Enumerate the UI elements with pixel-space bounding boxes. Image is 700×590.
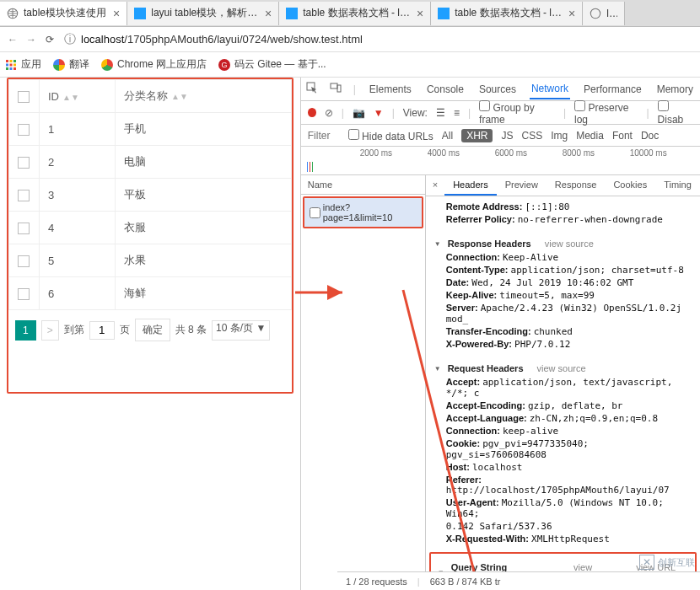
svg-rect-4 (13, 60, 16, 62)
filter-css[interactable]: CSS (521, 130, 542, 142)
translate-bookmark[interactable]: 翻译 (53, 57, 89, 72)
browser-tab-4[interactable]: loca (583, 2, 625, 25)
disable-cache-checkbox[interactable]: Disab (658, 100, 693, 126)
per-page-select[interactable]: 10 条/页 ▼ (212, 320, 270, 341)
response-tab[interactable]: Response (547, 175, 606, 196)
browser-tab-2[interactable]: table 数据表格文档 - layui × (279, 2, 431, 25)
camera-icon[interactable]: 📷 (353, 107, 365, 119)
devtools-tab-sources[interactable]: Sources (477, 80, 518, 99)
checkbox-header[interactable] (9, 80, 40, 113)
svg-rect-12 (331, 83, 337, 88)
google-icon (53, 59, 65, 71)
timeline-tick: 8000 ms (563, 148, 595, 158)
url-display[interactable]: localhost/1705phpAMouth6/layui/0724/web/… (81, 33, 363, 46)
view-source-link[interactable]: view source (537, 363, 586, 373)
table-row[interactable]: 6海鲜 (9, 277, 292, 310)
row-checkbox[interactable] (9, 113, 40, 146)
row-checkbox[interactable] (9, 244, 40, 277)
layui-icon (134, 8, 146, 19)
view-source-link[interactable]: view source (545, 239, 594, 249)
content-area: ID▲▼ 分类名称▲▼ 1手机2电脑3平板4衣服5水果6海鲜 1 > 到第 页 … (0, 78, 700, 590)
filter-icon[interactable]: ▼ (374, 107, 384, 119)
back-button[interactable]: ← (3, 30, 22, 49)
filter-input[interactable] (308, 130, 340, 142)
record-button[interactable] (308, 108, 316, 117)
close-icon[interactable]: × (417, 7, 423, 20)
table-row[interactable]: 5水果 (9, 244, 292, 277)
close-icon[interactable]: × (265, 7, 272, 20)
page-current[interactable]: 1 (15, 320, 36, 341)
table-row[interactable]: 3平板 (9, 179, 292, 212)
row-checkbox[interactable] (9, 146, 40, 179)
cell-id: 4 (40, 212, 116, 244)
devtools-tab-console[interactable]: Console (425, 80, 466, 99)
row-checkbox[interactable] (9, 277, 40, 310)
close-icon[interactable]: × (113, 7, 120, 20)
sort-icon[interactable]: ▲▼ (171, 94, 188, 99)
device-icon[interactable] (330, 82, 342, 96)
filter-font[interactable]: Font (612, 130, 633, 142)
browser-tab-1[interactable]: layui table模块，解析任意数据 × (127, 2, 279, 25)
chrome-store-bookmark[interactable]: Chrome 网上应用店 (101, 57, 207, 72)
browser-tab-0[interactable]: table模块快速使用 × (0, 2, 127, 25)
filter-doc[interactable]: Doc (641, 130, 659, 142)
browser-tab-3[interactable]: table 数据表格文档 - layui × (431, 2, 583, 25)
timing-tab[interactable]: Timing (655, 175, 700, 196)
network-filter-row: Hide data URLs All XHR JS CSS Img Media … (301, 125, 700, 147)
view-large-icon[interactable]: ☰ (436, 107, 445, 119)
goto-label: 到第 (64, 323, 84, 337)
layui-icon (286, 8, 298, 19)
devtools-tab-performance[interactable]: Performance (582, 80, 643, 99)
hide-data-urls-checkbox[interactable]: Hide data URLs (348, 129, 433, 142)
tab-title: table模块快速使用 (24, 6, 106, 20)
devtools-tab-elements[interactable]: Elements (368, 80, 413, 99)
info-icon[interactable]: ⓘ (64, 32, 76, 47)
sort-icon[interactable]: ▲▼ (62, 95, 79, 100)
row-checkbox[interactable] (9, 179, 40, 212)
table-row[interactable]: 2电脑 (9, 146, 292, 179)
filter-xhr[interactable]: XHR (461, 129, 493, 142)
filter-img[interactable]: Img (551, 130, 568, 142)
name-header[interactable]: 分类名称▲▼ (116, 80, 292, 113)
request-checkbox[interactable] (310, 207, 320, 218)
close-details-button[interactable]: × (426, 175, 444, 196)
table-row[interactable]: 4衣服 (9, 212, 292, 244)
tab-title: layui table模块，解析任意数据 (151, 6, 258, 20)
inspect-icon[interactable] (306, 82, 318, 96)
apps-button[interactable]: 应用 (5, 57, 41, 72)
preserve-log-checkbox[interactable]: Preserve log (574, 100, 638, 126)
id-header[interactable]: ID▲▼ (40, 80, 116, 113)
devtools-tab-memory[interactable]: Memory (655, 80, 695, 99)
row-checkbox[interactable] (9, 212, 40, 244)
name-column-header[interactable]: Name (301, 175, 425, 195)
headers-tab[interactable]: Headers (444, 175, 497, 196)
watermark-icon: ✕ (639, 555, 654, 570)
cell-id: 2 (40, 146, 116, 179)
filter-all[interactable]: All (442, 130, 453, 142)
preview-tab[interactable]: Preview (497, 175, 547, 196)
table-row[interactable]: 1手机 (9, 113, 292, 146)
filter-media[interactable]: Media (576, 130, 604, 142)
page-input[interactable] (89, 321, 115, 340)
request-headers-toggle[interactable]: Request Headersview source (434, 363, 692, 373)
view-small-icon[interactable]: ≡ (454, 107, 460, 119)
group-by-frame-checkbox[interactable]: Group by frame (479, 100, 555, 126)
network-timeline[interactable]: 2000 ms 4000 ms 6000 ms 8000 ms 10000 ms (301, 147, 700, 175)
bookmark-label: 码云 Gitee — 基于... (234, 57, 326, 72)
tab-title: table 数据表格文档 - layui (303, 6, 410, 20)
response-headers-toggle[interactable]: Response Headersview source (434, 239, 692, 249)
globe-icon (590, 8, 601, 19)
close-icon[interactable]: × (568, 7, 575, 20)
gitee-bookmark[interactable]: G 码云 Gitee — 基于... (218, 57, 326, 72)
cookies-tab[interactable]: Cookies (605, 175, 655, 196)
confirm-button[interactable]: 确定 (135, 319, 170, 341)
clear-icon[interactable]: ⊘ (325, 107, 333, 119)
filter-js[interactable]: JS (501, 130, 513, 142)
page-content: ID▲▼ 分类名称▲▼ 1手机2电脑3平板4衣服5水果6海鲜 1 > 到第 页 … (0, 78, 300, 590)
devtools-tab-network[interactable]: Network (530, 79, 570, 99)
page-next[interactable]: > (41, 320, 59, 341)
reload-button[interactable]: ⟳ (40, 30, 59, 49)
forward-button[interactable]: → (22, 30, 40, 49)
request-row[interactable]: index?page=1&limit=10 (303, 196, 423, 228)
devtools-tabs: | Elements Console Sources Network Perfo… (301, 78, 700, 101)
